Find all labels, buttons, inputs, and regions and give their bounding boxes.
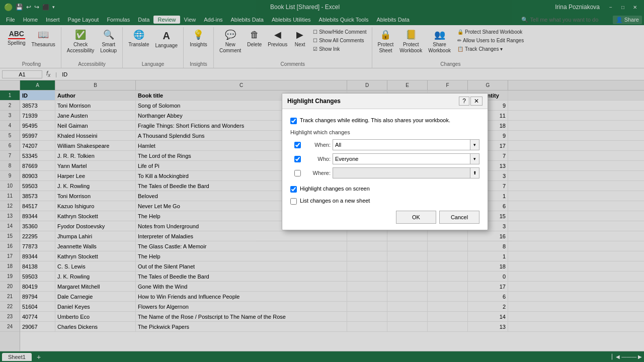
where-label: Where: xyxy=(303,170,331,176)
dialog-controls: ? ✕ xyxy=(459,97,482,106)
list-changes-checkbox[interactable] xyxy=(290,198,297,205)
where-checkbox[interactable] xyxy=(294,170,301,176)
where-value-input[interactable] xyxy=(333,170,470,176)
when-dropdown[interactable]: ▾ xyxy=(333,139,479,150)
when-label: When: xyxy=(303,142,331,148)
dialog-title: Highlight Changes xyxy=(287,98,341,105)
who-value-input[interactable] xyxy=(333,156,470,162)
who-row: Who: ▾ xyxy=(290,153,479,164)
dialog-buttons: OK Cancel xyxy=(290,211,479,224)
dialog-title-bar: Highlight Changes ? ✕ xyxy=(282,94,488,109)
when-checkbox[interactable] xyxy=(294,142,301,148)
who-label: Who: xyxy=(303,156,331,162)
ok-button[interactable]: OK xyxy=(396,211,436,224)
where-row: Where: ⬆ xyxy=(290,167,479,178)
track-changes-row: Track changes while editing. This also s… xyxy=(290,117,479,124)
dialog-body: Track changes while editing. This also s… xyxy=(282,109,488,230)
list-changes-row: List changes on a new sheet xyxy=(290,198,479,205)
who-dropdown-arrow[interactable]: ▾ xyxy=(470,154,479,164)
who-checkbox[interactable] xyxy=(294,156,301,162)
where-ref-button[interactable]: ⬆ xyxy=(470,168,479,178)
list-changes-label: List changes on a new sheet xyxy=(300,198,370,204)
track-changes-label: Track changes while editing. This also s… xyxy=(300,117,450,123)
when-dropdown-arrow[interactable]: ▾ xyxy=(470,140,479,150)
highlight-on-screen-label: Highlight changes on screen xyxy=(300,186,370,192)
highlight-on-screen-row: Highlight changes on screen xyxy=(290,186,479,193)
dialog-help-button[interactable]: ? xyxy=(459,97,469,106)
who-dropdown[interactable]: ▾ xyxy=(333,153,479,164)
dialog-overlay: Highlight Changes ? ✕ Track changes whil… xyxy=(0,0,644,362)
when-row: When: ▾ xyxy=(290,139,479,150)
dialog-close-button[interactable]: ✕ xyxy=(470,97,482,106)
where-field[interactable]: ⬆ xyxy=(333,167,479,178)
track-changes-checkbox[interactable] xyxy=(290,118,297,124)
cancel-button[interactable]: Cancel xyxy=(439,211,479,224)
highlight-on-screen-checkbox[interactable] xyxy=(290,186,297,193)
highlight-section-label: Highlight which changes xyxy=(290,129,479,135)
highlight-changes-dialog: Highlight Changes ? ✕ Track changes whil… xyxy=(282,93,488,230)
when-value-input[interactable] xyxy=(333,142,470,148)
